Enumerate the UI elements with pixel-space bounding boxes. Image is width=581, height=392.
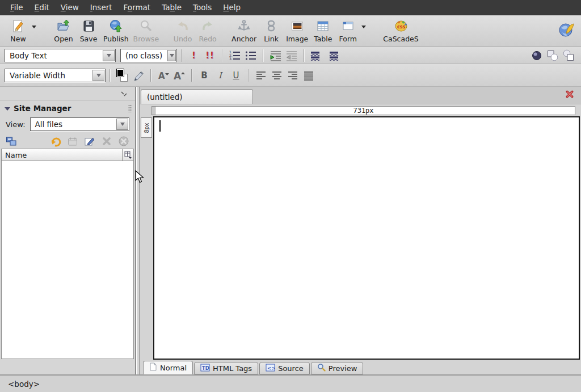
larger-font-icon[interactable]: A [172,69,186,82]
underline-icon[interactable]: U [229,69,243,82]
close-tab-icon[interactable] [565,90,574,99]
link-button[interactable]: Link [259,18,284,44]
italic-icon[interactable]: I [213,69,227,82]
indent-icon[interactable] [269,49,283,62]
align-left-icon[interactable] [254,69,268,82]
grippy-icon[interactable] [128,104,132,112]
bold-icon[interactable]: B [197,69,211,82]
tab-normal[interactable]: Normal [143,361,193,374]
edit-sites-icon[interactable] [6,136,17,147]
ruler-height-label: 8px [144,123,150,133]
absolute-position-icon[interactable] [530,49,544,62]
bring-to-front-icon[interactable] [546,49,559,62]
svg-text:A: A [174,70,182,82]
highlight-pen-icon[interactable] [132,69,145,82]
new-button[interactable]: New [6,18,31,44]
td-tag-icon: TD [200,364,210,373]
menu-view[interactable]: View [55,1,85,14]
document-canvas[interactable] [153,116,580,360]
ruler-handle[interactable] [152,107,155,115]
form-window-icon [341,19,355,35]
form-dropdown-arrow-icon[interactable] [361,26,366,28]
menu-bar: File Edit View Insert Format Table Tools… [0,0,581,15]
column-picker-icon[interactable] [122,149,133,161]
vertical-ruler[interactable]: 8px [141,117,152,138]
undo-button: Undo [170,18,195,44]
document-tab[interactable]: (untitled) [141,89,253,104]
svg-text:3.: 3. [229,57,233,61]
site-manager-header[interactable]: Site Manager [0,101,135,115]
publish-button[interactable]: Publish [101,18,131,44]
chevron-down-icon[interactable] [167,50,176,61]
site-manager-panel: Site Manager View: All files [0,87,135,374]
main-toolbar: New Open Save Publish Browse [0,15,581,47]
save-button[interactable]: Save [76,18,101,44]
numbered-list-icon[interactable]: 1.2.3. [228,49,242,62]
send-to-back-icon[interactable] [562,49,575,62]
tab-preview[interactable]: Preview [311,362,364,374]
svg-text:<>: <> [267,365,275,370]
menu-insert[interactable]: Insert [85,1,118,14]
element-path[interactable]: <body> [8,380,40,389]
chevron-down-icon[interactable] [92,70,104,81]
view-label: View: [6,120,26,129]
chevron-down-icon[interactable] [116,119,128,130]
image-button[interactable]: Image [284,18,310,44]
save-floppy-icon [82,19,95,35]
svg-text:css: css [397,24,406,29]
menu-format[interactable]: Format [118,1,157,14]
editor-area: (untitled) 731px 8px [140,87,581,374]
twisty-down-icon[interactable] [5,107,10,111]
name-column-header[interactable]: Name [1,149,134,161]
page-icon [149,363,157,373]
kompozer-logo-icon [557,20,576,41]
anchor-button[interactable]: Anchor [229,18,259,44]
remove-icon [101,136,112,147]
menu-edit[interactable]: Edit [29,1,55,14]
text-color-picker[interactable] [116,69,129,82]
source-code-icon: <> [266,364,275,373]
new-dropdown-arrow-icon[interactable] [32,26,36,28]
class-select[interactable]: (no class) [120,49,177,62]
font-select[interactable]: Variable Width [5,69,106,82]
chevron-down-icon[interactable] [103,50,115,61]
align-center-icon[interactable] [270,69,284,82]
paragraph-format-select[interactable]: Body Text [5,49,116,62]
open-button[interactable]: Open [51,18,76,44]
sidebar-splitter[interactable] [135,87,140,374]
strong-emphasis-icon[interactable]: !! [203,49,217,62]
smaller-font-icon[interactable]: A [157,69,170,82]
table-grid-icon [316,19,330,35]
text-color-swatch[interactable] [116,69,124,77]
horizontal-ruler[interactable]: 731px [151,106,575,115]
form-button[interactable]: Form [335,18,360,44]
edit-icon[interactable] [84,136,95,147]
justify-icon[interactable] [302,69,315,82]
view-select[interactable]: All files [30,117,129,131]
site-file-tree[interactable] [1,161,134,359]
menu-file[interactable]: File [5,1,29,14]
browse-magnifier-icon [139,19,153,35]
edit-mode-tabs: Normal TD HTML Tags <> Source Preview [140,360,581,374]
menu-table[interactable]: Table [156,1,187,14]
sidebar-collapse-icon[interactable] [121,90,127,98]
outdent-icon[interactable] [285,49,298,62]
ltr-direction-icon[interactable] [310,49,323,62]
menu-help[interactable]: Help [217,1,246,14]
bulleted-list-icon[interactable] [244,49,258,62]
stop-icon [118,136,129,147]
image-photo-icon [290,19,304,35]
document-tab-bar: (untitled) [140,87,581,104]
open-folder-icon [57,19,70,35]
tab-source[interactable]: <> Source [259,362,310,374]
cascades-button[interactable]: css CaScadeS [381,18,420,44]
refresh-icon[interactable] [50,136,61,147]
emphasis-icon[interactable]: ! [187,49,201,62]
align-right-icon[interactable] [286,69,300,82]
table-button[interactable]: Table [310,18,335,44]
new-page-icon [11,19,25,35]
tab-html-tags[interactable]: TD HTML Tags [194,362,258,374]
rtl-direction-icon[interactable] [326,49,339,62]
menu-tools[interactable]: Tools [187,1,217,14]
browse-button: Browse [131,18,162,44]
